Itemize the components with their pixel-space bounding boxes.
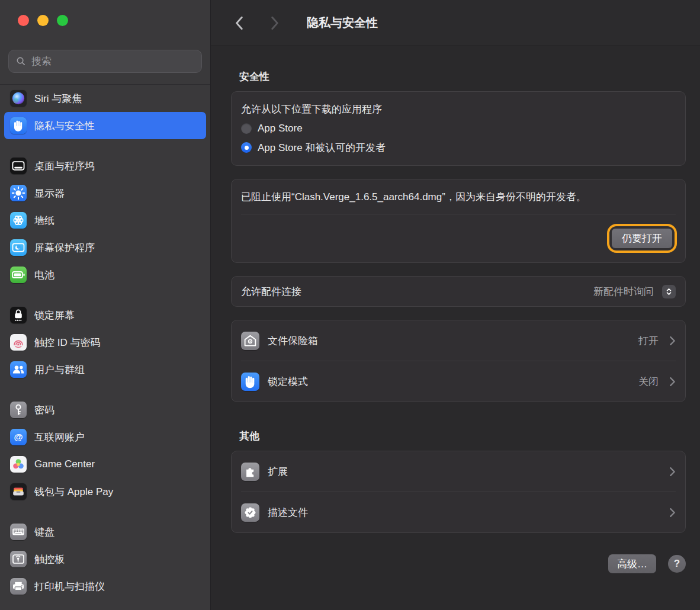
sidebar-item-users-groups[interactable]: 用户与群组 [4, 356, 206, 383]
highlight-ring: 仍要打开 [609, 226, 675, 251]
settings-row-lockdown-mode[interactable]: 锁定模式关闭 [241, 361, 676, 402]
radio-option-label: App Store 和被认可的开发者 [258, 141, 386, 155]
sidebar-item-label: 隐私与安全性 [34, 119, 95, 133]
sidebar-item-keyboard[interactable]: 键盘 [4, 518, 206, 545]
settings-row-filevault[interactable]: 文件保险箱打开 [241, 320, 676, 361]
settings-row-value: 打开 [638, 334, 659, 348]
search-input[interactable]: 搜索 [8, 50, 202, 73]
sidebar-item-printers[interactable]: 打印机与扫描仪 [4, 573, 206, 600]
sidebar-group: 桌面与程序坞显示器墙纸屏幕保护程序电池 [4, 152, 206, 288]
sidebar-item-trackpad[interactable]: 触控板 [4, 545, 206, 573]
sidebar-item-internet-accounts[interactable]: @互联网账户 [4, 423, 206, 451]
sidebar-item-siri[interactable]: Siri 与聚焦 [4, 85, 206, 112]
close-window-button[interactable] [18, 15, 29, 26]
radio-option-label: App Store [258, 123, 303, 134]
sidebar-item-label: 锁定屏幕 [34, 309, 75, 322]
minimize-window-button[interactable] [37, 15, 49, 26]
advanced-button[interactable]: 高级… [608, 554, 656, 573]
bottom-actions: 高级… ? [231, 554, 686, 573]
system-settings-window: 搜索 Siri 与聚焦隐私与安全性桌面与程序坞显示器墙纸屏幕保护程序电池锁定屏幕… [0, 0, 700, 610]
back-button[interactable] [235, 15, 246, 31]
keyboard-icon [10, 524, 27, 540]
sidebar: 搜索 Siri 与聚焦隐私与安全性桌面与程序坞显示器墙纸屏幕保护程序电池锁定屏幕… [0, 0, 211, 610]
accessories-dropdown[interactable] [662, 285, 676, 298]
content-area: 安全性 允许从以下位置下载的应用程序 App StoreApp Store 和被… [211, 46, 700, 610]
touch-id-icon [10, 334, 27, 351]
wallet-icon [10, 483, 27, 500]
sidebar-item-label: 电池 [34, 268, 54, 282]
blocked-app-card: 已阻止使用“Clash.Verge_1.6.5_aarch64.dmg”，因为来… [231, 179, 686, 263]
search-placeholder: 搜索 [31, 54, 52, 68]
battery-icon [10, 267, 27, 283]
sidebar-group: 锁定屏幕触控 ID 与密码用户与群组 [4, 301, 206, 383]
settings-row-profiles[interactable]: 描述文件 [241, 492, 676, 532]
accessories-card: 允许配件连接 新配件时询问 [231, 276, 686, 307]
passwords-icon [10, 402, 27, 418]
screensaver-icon [10, 239, 27, 256]
sidebar-group: Siri 与聚焦隐私与安全性 [4, 85, 206, 139]
printers-icon [10, 578, 27, 595]
sidebar-item-label: 打印机与扫描仪 [34, 580, 105, 593]
settings-row-label: 锁定模式 [268, 375, 308, 389]
desktop-dock-icon [10, 158, 27, 174]
settings-row-label: 扩展 [268, 465, 288, 479]
open-anyway-button[interactable]: 仍要打开 [612, 229, 672, 248]
accessories-value: 新配件时询问 [593, 285, 654, 298]
privacy-security-icon [10, 117, 27, 134]
radio-option[interactable]: App Store 和被认可的开发者 [241, 138, 676, 157]
sidebar-item-lock-screen[interactable]: 锁定屏幕 [4, 301, 206, 329]
card-divider [241, 214, 676, 214]
window-controls [18, 15, 68, 26]
zoom-window-button[interactable] [57, 15, 68, 26]
search-icon [16, 56, 26, 66]
sidebar-item-desktop-dock[interactable]: 桌面与程序坞 [4, 152, 206, 179]
sidebar-item-label: 墙纸 [34, 214, 54, 227]
chevron-right-icon [669, 377, 676, 387]
other-heading: 其他 [239, 429, 686, 443]
allow-apps-card: 允许从以下位置下载的应用程序 App StoreApp Store 和被认可的开… [231, 91, 686, 166]
profiles-icon [241, 503, 259, 522]
sidebar-group: 密码@互联网账户Game Center钱包与 Apple Pay [4, 396, 206, 505]
displays-icon [10, 185, 27, 201]
blocked-app-message: 已阻止使用“Clash.Verge_1.6.5_aarch64.dmg”，因为来… [241, 188, 650, 207]
sidebar-item-label: 触控板 [34, 553, 65, 566]
accessories-label: 允许配件连接 [241, 285, 301, 298]
settings-row-label: 描述文件 [268, 506, 308, 519]
sidebar-item-game-center[interactable]: Game Center [4, 451, 206, 478]
radio-selected-icon[interactable] [241, 142, 252, 153]
extensions-icon [241, 463, 259, 481]
sidebar-item-touch-id[interactable]: 触控 ID 与密码 [4, 329, 206, 356]
settings-row-value: 关闭 [638, 375, 659, 389]
radio-option[interactable]: App Store [241, 119, 676, 138]
lock-screen-icon [10, 307, 27, 323]
main-pane: 隐私与安全性 安全性 允许从以下位置下载的应用程序 App StoreApp S… [211, 0, 700, 610]
sidebar-item-wallet[interactable]: 钱包与 Apple Pay [4, 478, 206, 505]
trackpad-icon [10, 551, 27, 567]
allow-apps-label: 允许从以下位置下载的应用程序 [241, 100, 676, 119]
allow-apps-options: App StoreApp Store 和被认可的开发者 [241, 119, 676, 157]
sidebar-group: 键盘触控板打印机与扫描仪 [4, 518, 206, 600]
sidebar-item-battery[interactable]: 电池 [4, 261, 206, 288]
sidebar-item-label: Siri 与聚焦 [34, 92, 82, 105]
chevron-right-icon [669, 508, 676, 518]
sidebar-item-privacy-security[interactable]: 隐私与安全性 [4, 112, 206, 139]
chevron-right-icon [669, 336, 676, 346]
sidebar-item-label: 钱包与 Apple Pay [34, 485, 113, 499]
settings-row-extensions[interactable]: 扩展 [241, 451, 676, 492]
page-title: 隐私与安全性 [307, 15, 378, 31]
sidebar-item-label: 互联网账户 [34, 431, 85, 444]
lockdown-mode-icon [241, 373, 259, 391]
game-center-icon [10, 456, 27, 473]
forward-button[interactable] [270, 15, 282, 31]
filevault-icon [241, 332, 259, 350]
radio-unselected-icon[interactable] [241, 123, 252, 134]
sidebar-item-screensaver[interactable]: 屏幕保护程序 [4, 234, 206, 261]
svg-text:@: @ [14, 432, 23, 442]
security-heading: 安全性 [239, 70, 686, 84]
sidebar-item-displays[interactable]: 显示器 [4, 179, 206, 207]
internet-accounts-icon: @ [10, 429, 27, 445]
sidebar-item-passwords[interactable]: 密码 [4, 396, 206, 423]
help-button[interactable]: ? [668, 555, 686, 573]
sidebar-item-wallpaper[interactable]: 墙纸 [4, 207, 206, 234]
main-header: 隐私与安全性 [211, 0, 700, 46]
